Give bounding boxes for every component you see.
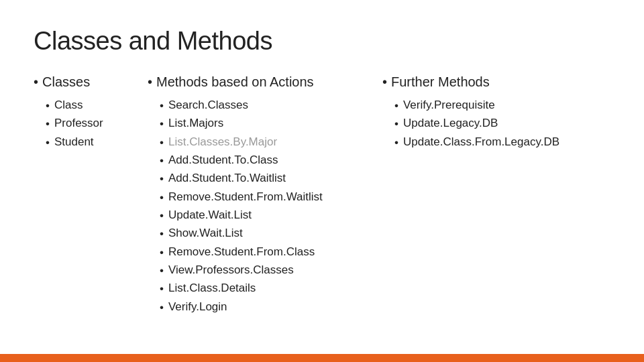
class-item-2: Professor — [54, 115, 103, 132]
list-item: Update.Legacy.DB — [394, 115, 610, 133]
further-header-label: Further Methods — [391, 74, 490, 90]
slide: Classes and Methods • Classes Class Prof… — [0, 0, 644, 362]
classes-list: Class Professor Student — [34, 97, 141, 152]
list-item: Update.Class.From.Legacy.DB — [394, 133, 610, 152]
classes-header-label: Classes — [42, 74, 90, 90]
list-item: Add.Student.To.Waitlist — [160, 170, 376, 188]
list-item: List.Majors — [160, 115, 376, 133]
list-item: List.Classes.By.Major — [160, 133, 376, 152]
list-item: Verify.Login — [160, 298, 376, 316]
list-item: View.Professors.Classes — [160, 261, 376, 280]
list-item: Add.Student.To.Class — [160, 152, 376, 170]
methods-column: • Methods based on Actions Search.Classe… — [148, 74, 376, 316]
classes-header: • Classes — [34, 74, 141, 90]
list-item: Class — [46, 97, 141, 115]
methods-header: • Methods based on Actions — [148, 74, 376, 90]
content-columns: • Classes Class Professor Student • Meth… — [34, 74, 610, 316]
further-bullet: • — [382, 74, 387, 90]
classes-bullet: • — [34, 74, 38, 90]
further-header: • Further Methods — [382, 74, 610, 90]
classes-column: • Classes Class Professor Student — [34, 74, 141, 152]
list-item: Search.Classes — [160, 97, 376, 115]
class-item-3: Student — [54, 133, 94, 151]
list-item: Update.Wait.List — [160, 206, 376, 225]
methods-list: Search.ClassesList.MajorsList.Classes.By… — [148, 97, 376, 316]
further-column: • Further Methods Verify.PrerequisiteUpd… — [382, 74, 610, 152]
list-item: Student — [46, 133, 141, 152]
further-list: Verify.PrerequisiteUpdate.Legacy.DBUpdat… — [382, 97, 610, 152]
list-item: Verify.Prerequisite — [394, 97, 610, 115]
list-item: Remove.Student.From.Waitlist — [160, 188, 376, 206]
list-item: Remove.Student.From.Class — [160, 243, 376, 261]
methods-header-label: Methods based on Actions — [156, 74, 314, 90]
methods-bullet: • — [148, 74, 152, 90]
slide-title: Classes and Methods — [34, 27, 610, 56]
list-item: List.Class.Details — [160, 280, 376, 298]
class-item-1: Class — [54, 97, 83, 114]
list-item: Professor — [46, 115, 141, 133]
bottom-bar — [0, 354, 644, 362]
list-item: Show.Wait.List — [160, 225, 376, 243]
